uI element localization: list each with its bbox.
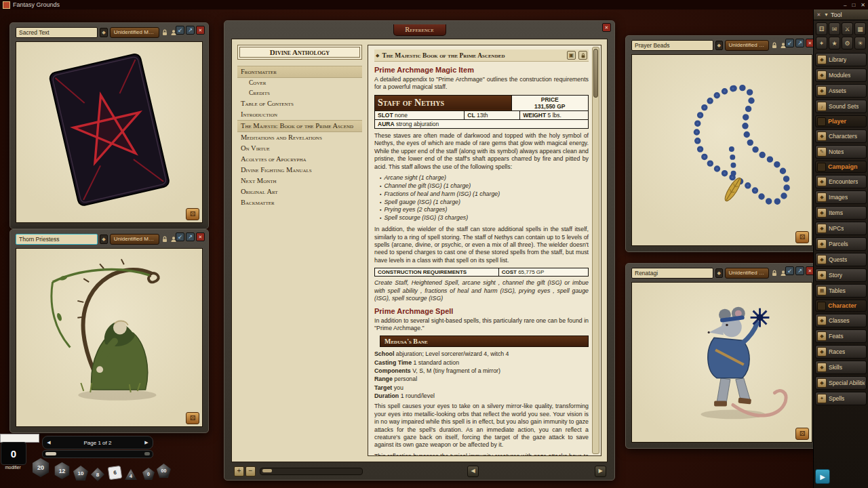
sidebar-item-spells[interactable]: ✦Spells <box>815 392 867 405</box>
page-prev-icon[interactable]: ◀ <box>43 440 55 445</box>
lighting-icon[interactable]: ☀ <box>854 37 866 49</box>
image-tab-button[interactable]: Unidentified Map / Im <box>725 268 770 279</box>
sidebar-item-encounters[interactable]: ◆Encounters <box>815 175 867 188</box>
window-title-input[interactable] <box>631 268 713 279</box>
identify-toggle-icon[interactable]: ◆ <box>100 28 108 37</box>
window-title-input[interactable] <box>16 27 98 38</box>
sidebar-item-library[interactable]: ◆Library <box>815 53 867 66</box>
close-tool-icon[interactable]: ✕ <box>816 12 822 18</box>
shrink-icon[interactable]: ↙ <box>785 39 794 47</box>
identify-toggle-icon[interactable]: ◆ <box>100 235 108 244</box>
sidebar-item-images[interactable]: ◆Images <box>815 190 867 204</box>
lock-icon[interactable] <box>161 28 168 37</box>
renatagi-image[interactable]: ⚄ <box>631 282 812 443</box>
d6-die[interactable]: 6 <box>108 466 122 480</box>
popout-icon[interactable]: ↗ <box>795 266 804 275</box>
minimize-button[interactable]: – <box>844 2 846 8</box>
sidebar-item-classes[interactable]: ◆Classes <box>815 314 867 327</box>
d4-die[interactable]: 4 <box>125 469 137 480</box>
thorn-priestess-image[interactable]: ⚄ <box>16 248 203 427</box>
lock-icon[interactable] <box>161 235 168 243</box>
sidebar-item-assets[interactable]: ◆Assets <box>815 84 867 98</box>
d10-percentile-die[interactable]: 0 <box>142 468 155 480</box>
zoom-slider-handle[interactable] <box>262 469 272 472</box>
lock-icon[interactable] <box>771 41 778 49</box>
identify-toggle-icon[interactable]: ◆ <box>715 41 723 50</box>
sidebar-item-quests[interactable]: ◆Quests <box>815 253 867 266</box>
zoom-in-button[interactable]: + <box>234 466 244 476</box>
shrink-icon[interactable]: ↙ <box>176 26 184 35</box>
sidebar-item-sound-sets[interactable]: ♪Sound Sets <box>815 100 867 113</box>
close-icon[interactable]: ✕ <box>602 23 611 32</box>
die-shortcut-icon[interactable]: ⚄ <box>795 428 809 440</box>
window-title-input[interactable] <box>16 234 98 245</box>
lock-icon[interactable] <box>771 269 778 277</box>
page-slider-handle[interactable] <box>45 452 56 455</box>
nav-item-meditations[interactable]: Meditations and Revelations <box>237 132 362 143</box>
window-drag-handle[interactable]: ◆ Unidentified Map / Im <box>631 267 787 279</box>
sidebar-item-tables[interactable]: ▦Tables <box>815 284 867 298</box>
zoom-slider[interactable] <box>260 468 363 475</box>
os-titlebar[interactable]: Fantasy Grounds – □ ✕ <box>0 0 868 9</box>
nav-item-credits[interactable]: Credits <box>237 88 362 98</box>
modifier-box[interactable]: 0 <box>1 442 26 465</box>
chat-icon[interactable]: ✉ <box>829 22 840 35</box>
sidebar-item-characters[interactable]: ◆Characters <box>815 129 867 143</box>
nav-item-table-of-contents[interactable]: Table of Contents <box>237 98 362 109</box>
window-drag-handle[interactable]: ◆ Unidentified Map / Im <box>16 26 177 39</box>
die-shortcut-icon[interactable]: ⚄ <box>186 208 199 220</box>
maximize-button[interactable]: □ <box>852 2 855 8</box>
shrink-icon[interactable]: ↙ <box>785 266 794 275</box>
image-tab-button[interactable]: Unidentified Map / Im <box>110 27 159 38</box>
dice-icon[interactable]: ⚅ <box>816 22 827 35</box>
reference-tab[interactable]: Reference <box>393 24 446 36</box>
nav-item-frontmatter[interactable]: Frontmatter <box>237 66 362 78</box>
popout-icon[interactable]: ↗ <box>186 26 195 35</box>
nav-item-next-month[interactable]: Next Month <box>237 176 362 186</box>
next-page-icon[interactable]: ▶ <box>595 466 606 477</box>
nav-item-cover[interactable]: Cover <box>237 78 362 88</box>
calendar-icon[interactable]: ▦ <box>854 22 866 35</box>
sidebar-item-items[interactable]: ◆Items <box>815 206 867 220</box>
image-tab-button[interactable]: Unidentified Map / Im <box>110 234 159 245</box>
popout-icon[interactable]: ↗ <box>186 232 195 241</box>
sacred-text-image[interactable]: ⚄ <box>16 41 203 223</box>
window-drag-handle[interactable]: ◆ Unidentified Map / Im <box>16 233 177 245</box>
modifiers-icon[interactable]: ✦ <box>816 37 827 49</box>
page-next-icon[interactable]: ▶ <box>140 440 153 445</box>
zoom-out-button[interactable]: − <box>245 466 256 476</box>
nav-item-divine-fighting-manuals[interactable]: Divine Fighting Manuals <box>237 165 362 176</box>
d8-die[interactable]: 8 <box>91 468 104 481</box>
nav-item-acolytes[interactable]: Acolytes of Apocrypha <box>237 154 362 165</box>
sidebar-item-npcs[interactable]: ◆NPCs <box>815 222 867 235</box>
nav-item-original-art[interactable]: Original Art <box>237 186 362 197</box>
window-mode-icon[interactable]: ▣ <box>567 51 576 60</box>
options-icon[interactable]: ⚙ <box>842 37 853 49</box>
window-drag-handle[interactable]: ◆ Unidentified Map / Im <box>631 39 787 52</box>
close-icon[interactable]: ✕ <box>196 26 205 35</box>
scrollbar-handle[interactable] <box>593 49 598 98</box>
die-shortcut-icon[interactable]: ⚄ <box>186 412 199 424</box>
d100-die[interactable]: 00 <box>157 464 171 478</box>
shrink-icon[interactable]: ↙ <box>176 232 184 241</box>
nav-item-introduction[interactable]: Introduction <box>237 109 362 120</box>
prayer-beads-image[interactable]: ⚄ <box>631 54 812 246</box>
sidebar-item-feats[interactable]: ◆Feats <box>815 329 867 343</box>
nav-item-majestic-book[interactable]: The Majestic Book of the Prime Ascend <box>237 120 362 132</box>
sidebar-item-modules[interactable]: ◆Modules <box>815 68 867 82</box>
nav-item-backmatter[interactable]: Backmatter <box>237 197 362 208</box>
image-tab-button[interactable]: Unidentified Map / Im <box>725 40 770 51</box>
sidebar-item-story[interactable]: ◆Story <box>815 268 867 282</box>
sidebar-item-notes[interactable]: ✎Notes <box>815 145 867 159</box>
d10-die[interactable]: 10 <box>73 466 88 481</box>
tool-panel-header[interactable]: ✕ ▼ Tool <box>814 9 868 20</box>
prev-page-icon[interactable]: ◀ <box>467 466 479 477</box>
sidebar-item-parcels[interactable]: ◆Parcels <box>815 237 867 251</box>
panel-toggle-button[interactable]: ▶ <box>815 469 830 484</box>
d12-die[interactable]: 12 <box>54 462 71 479</box>
identify-toggle-icon[interactable]: ◆ <box>715 268 723 278</box>
d20-die[interactable]: 20 <box>31 458 50 477</box>
die-shortcut-icon[interactable]: ⚄ <box>795 231 809 243</box>
lock-icon[interactable] <box>578 51 587 60</box>
sidebar-item-special-abilities[interactable]: ◆Special Abilities <box>815 376 867 390</box>
